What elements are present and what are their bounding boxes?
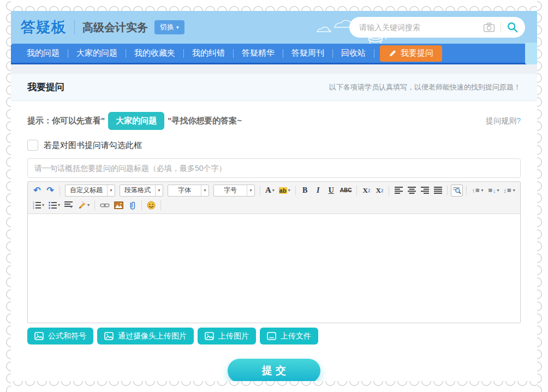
search-divider: [501, 22, 501, 32]
nav-qa-highlights[interactable]: 答疑精华: [234, 44, 283, 63]
question-body-editor[interactable]: [28, 214, 520, 323]
lines-icon: ≡: [507, 186, 511, 194]
paragraph-space-before-button[interactable]: ↑ ≡ ▾: [470, 185, 485, 197]
nav-qa-weekly[interactable]: 答疑周刊: [283, 44, 332, 63]
align-right-button[interactable]: [419, 185, 431, 197]
italic-button[interactable]: I: [312, 185, 324, 197]
toolbar-separator: [141, 200, 142, 210]
insert-image-button[interactable]: [112, 199, 125, 211]
upload-file-button[interactable]: 上传文件: [260, 328, 318, 345]
page-title: 我要提问: [27, 81, 64, 93]
toolbar-row-1: ↶ ↷ 自定义标题 ▾ 段落格式 ▾ 字体 ▾: [31, 183, 517, 198]
align-justify-button[interactable]: [432, 185, 444, 197]
upload-image-button[interactable]: 上传图片: [198, 328, 256, 345]
link-icon: [100, 201, 110, 209]
strikethrough-button[interactable]: ABC: [338, 185, 354, 197]
page-note: 以下各项请学员认真填写，以便老师能快速的找到提问原题！: [329, 82, 521, 92]
search-replace-button[interactable]: [451, 185, 463, 197]
toolbar-separator: [447, 186, 448, 195]
indent-button[interactable]: [63, 199, 75, 211]
toolbar-separator: [94, 200, 95, 210]
camera-icon: [483, 22, 495, 32]
custom-title-select[interactable]: 自定义标题 ▾: [65, 185, 115, 197]
align-center-icon: [408, 187, 416, 194]
nav-my-corrections[interactable]: 我的纠错: [184, 44, 233, 63]
emoji-button[interactable]: [145, 199, 157, 211]
nav-everyones-questions[interactable]: 大家的问题: [68, 44, 126, 63]
paragraph-space-after-button[interactable]: ≡ ↓ ▾: [486, 185, 501, 197]
svg-text:3: 3: [33, 207, 34, 209]
question-title-input[interactable]: [27, 158, 521, 178]
pencil-icon: [389, 49, 397, 57]
subscript-button[interactable]: X2: [373, 185, 385, 197]
highlight-icon: ab: [279, 187, 287, 194]
magic-pencil-icon: * *: [78, 201, 86, 209]
redo-button[interactable]: ↷: [44, 185, 56, 197]
chevron-down-icon: ▾: [87, 203, 90, 207]
formula-symbols-button[interactable]: 公式和符号: [27, 328, 93, 345]
page: 答疑板 高级会计实务 切换 ▾: [0, 0, 548, 392]
paragraph-format-select[interactable]: 段落格式 ▾: [120, 185, 163, 197]
editor-toolbar: ↶ ↷ 自定义标题 ▾ 段落格式 ▾ 字体 ▾: [28, 182, 520, 214]
camera-search-button[interactable]: [483, 22, 495, 32]
chevron-down-icon: ▾: [201, 185, 209, 196]
search-icon: [507, 21, 519, 33]
attachment-buttons: 公式和符号 通过摄像头上传图片 上传图片: [27, 328, 521, 345]
toolbar-separator: [59, 186, 60, 195]
bold-button[interactable]: B: [299, 185, 311, 197]
align-center-button[interactable]: [406, 185, 418, 197]
stamp-border-bottom: [0, 381, 548, 392]
align-justify-icon: [434, 187, 442, 194]
nav-recycle-bin[interactable]: 回收站: [333, 44, 374, 63]
header: 答疑板 高级会计实务 切换 ▾: [11, 11, 537, 44]
nav-my-questions[interactable]: 我的问题: [19, 44, 68, 63]
page-gap: [11, 64, 537, 74]
lines-icon: ≡: [475, 186, 480, 194]
unordered-list-icon: [49, 201, 57, 209]
arrow-down-icon: ↓: [493, 187, 496, 194]
unordered-list-button[interactable]: ▾: [47, 199, 62, 211]
align-left-button[interactable]: [392, 185, 404, 197]
switch-course-button[interactable]: 切换 ▾: [154, 20, 184, 34]
ordered-list-icon: 1 2 3: [33, 201, 41, 209]
stamp-border-right: [537, 0, 548, 392]
svg-text:*: *: [85, 204, 86, 206]
ordered-list-button[interactable]: 1 2 3 ▾: [31, 199, 46, 211]
main-nav: 我的问题 大家的问题 我的收藏夹 我的纠错 答疑精华 答疑周刊 回收站 我要提问: [11, 44, 537, 64]
course-title: 高级会计实务: [82, 20, 148, 35]
webcam-upload-button[interactable]: 通过摄像头上传图片: [97, 328, 194, 345]
search-button[interactable]: [507, 21, 519, 33]
chevron-down-icon: ▾: [107, 185, 115, 196]
ask-question-button[interactable]: 我要提问: [380, 45, 442, 62]
paperclip-icon: [128, 201, 136, 210]
auto-typeset-button[interactable]: * * ▾: [76, 199, 91, 211]
font-family-value: 字体: [168, 185, 201, 196]
question-rules-link[interactable]: 提问规则?: [486, 116, 521, 126]
book-question-checkbox[interactable]: [27, 140, 38, 151]
rules-text: 提问规则: [486, 116, 516, 125]
undo-button[interactable]: ↶: [31, 185, 43, 197]
font-family-select[interactable]: 字体 ▾: [168, 185, 209, 197]
align-right-icon: [421, 187, 429, 194]
underline-button[interactable]: U: [325, 185, 337, 197]
chevron-down-icon: ▾: [513, 188, 515, 193]
insert-link-button[interactable]: [98, 199, 111, 211]
nav-my-favorites[interactable]: 我的收藏夹: [126, 44, 183, 63]
formula-symbols-label: 公式和符号: [48, 331, 86, 341]
everyones-questions-badge[interactable]: 大家的问题: [108, 112, 164, 130]
custom-title-value: 自定义标题: [65, 185, 107, 196]
image-icon: [114, 201, 123, 209]
line-height-button[interactable]: ↕ ≡ ▾: [502, 185, 517, 197]
superscript-button[interactable]: X2: [360, 185, 372, 197]
chevron-down-icon: ▾: [247, 185, 254, 196]
font-size-select[interactable]: 字号 ▾: [213, 185, 255, 197]
font-color-button[interactable]: A ▾: [264, 185, 276, 197]
attach-file-button[interactable]: [126, 199, 138, 211]
svg-text:*: *: [82, 201, 83, 204]
highlight-color-button[interactable]: ab ▾: [277, 185, 292, 197]
stamp-border-top: [0, 0, 548, 11]
app-window: 答疑板 高级会计实务 切换 ▾: [11, 11, 537, 381]
submit-button[interactable]: 提交: [228, 359, 320, 381]
search-input[interactable]: [359, 23, 483, 32]
chevron-down-icon: ▾: [176, 25, 179, 30]
